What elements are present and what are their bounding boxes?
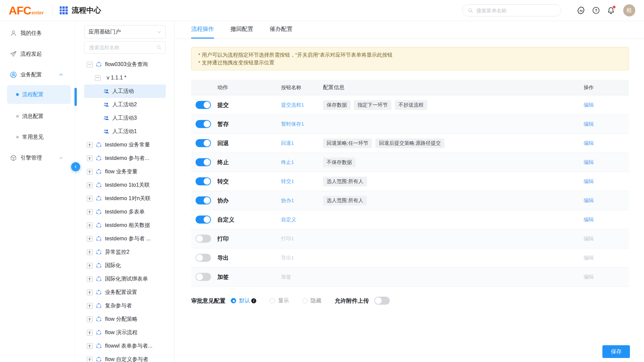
tree-node[interactable]: flow0303业务查询: [84, 58, 166, 71]
global-search-input[interactable]: [476, 7, 555, 14]
apps-grid-icon[interactable]: [60, 6, 68, 14]
tree-node[interactable]: flow 自定义参与者: [84, 353, 166, 362]
expander-icon[interactable]: [87, 169, 93, 175]
expander-icon[interactable]: [87, 276, 93, 282]
sidebar-collapse-button[interactable]: [71, 162, 80, 171]
expander-icon[interactable]: [87, 209, 93, 215]
sidebar-item-my-tasks[interactable]: 我的任务: [0, 23, 75, 44]
attachment-upload-toggle[interactable]: [374, 297, 390, 305]
expander-icon[interactable]: [87, 156, 93, 161]
action-toggle[interactable]: [196, 196, 211, 204]
expander-icon[interactable]: [87, 62, 93, 67]
approval-radio-option[interactable]: 隐藏: [302, 297, 321, 304]
tree-node[interactable]: 人工活动: [84, 84, 166, 98]
sidebar-item-engine-mgmt[interactable]: 引擎管理: [0, 147, 75, 168]
tree-node[interactable]: v 1.1.1 *: [84, 71, 166, 84]
app-select-dropdown[interactable]: 应用基础门户: [84, 25, 166, 39]
edit-link[interactable]: 编辑: [584, 140, 594, 146]
expander-icon[interactable]: [87, 316, 93, 322]
button-name-link[interactable]: 导出1: [281, 255, 294, 260]
action-toggle[interactable]: [196, 158, 211, 166]
edit-link[interactable]: 编辑: [584, 255, 594, 260]
tree-node[interactable]: testdemo 参与者 ...: [84, 232, 166, 245]
tree-node[interactable]: flow 分配策略: [84, 312, 166, 326]
sidebar-item-flow-start[interactable]: 流程发起: [0, 44, 75, 64]
expander-icon[interactable]: [87, 343, 93, 349]
action-toggle[interactable]: [196, 216, 211, 224]
expander-icon[interactable]: [87, 249, 93, 255]
sidebar-item-biz-config[interactable]: 业务配置: [0, 64, 75, 85]
flow-search-input[interactable]: [89, 44, 157, 51]
expander-icon[interactable]: [87, 263, 93, 268]
brand-logo[interactable]: AFC enter: [9, 4, 44, 17]
tree-node[interactable]: 复杂参与者: [84, 299, 166, 312]
tree-node[interactable]: flow 演示流程: [84, 326, 166, 339]
approval-radio-option[interactable]: 显示: [270, 297, 289, 304]
expander-icon[interactable]: [87, 236, 93, 242]
tree-node[interactable]: 人工活动2: [84, 98, 166, 111]
tree-node[interactable]: testdemo 业务常量: [84, 138, 166, 152]
button-name-link[interactable]: 自定义: [281, 217, 296, 222]
edit-link[interactable]: 编辑: [584, 197, 594, 203]
tree-node[interactable]: 人工活动1: [84, 125, 166, 138]
tab-flow-operations[interactable]: 流程操作: [191, 25, 214, 39]
info-icon[interactable]: [251, 298, 256, 303]
expander-icon[interactable]: [87, 182, 93, 188]
tree-node[interactable]: testdemo 1对n关联: [84, 192, 166, 205]
expander-icon[interactable]: [87, 290, 93, 295]
tree-node[interactable]: flow 业务变量: [84, 165, 166, 178]
tree-node[interactable]: testdemo 相关数据: [84, 219, 166, 232]
edit-link[interactable]: 编辑: [584, 159, 594, 165]
action-toggle[interactable]: [196, 254, 211, 262]
tree-node[interactable]: 人工活动3: [84, 111, 166, 125]
action-toggle[interactable]: [196, 139, 211, 147]
button-name-link[interactable]: 加签: [281, 274, 291, 280]
help-icon[interactable]: ?: [592, 6, 600, 14]
action-toggle[interactable]: [196, 273, 211, 281]
tree-node[interactable]: testdemo 1to1关联: [84, 178, 166, 192]
action-toggle[interactable]: [196, 120, 211, 128]
approval-radio-option[interactable]: 默认: [231, 297, 256, 304]
edit-link[interactable]: 编辑: [584, 236, 594, 241]
edit-link[interactable]: 编辑: [584, 178, 594, 184]
expander-icon[interactable]: [95, 75, 101, 81]
avatar[interactable]: 租: [623, 4, 635, 16]
edit-link[interactable]: 编辑: [584, 102, 594, 108]
tree-node[interactable]: flowwl 表单参与者...: [84, 339, 166, 353]
expander-icon[interactable]: [87, 303, 93, 309]
action-toggle[interactable]: [196, 101, 211, 109]
sidebar-item-common-opinions[interactable]: 常用意见: [0, 127, 75, 147]
edit-link[interactable]: 编辑: [584, 217, 594, 222]
flow-search[interactable]: [84, 41, 166, 54]
button-name-link[interactable]: 转交1: [281, 178, 294, 184]
button-name-link[interactable]: 打印1: [281, 236, 294, 241]
tree-node[interactable]: testdemo 多表单: [84, 205, 166, 219]
tree-node[interactable]: 异常监控2: [84, 245, 166, 259]
sidebar-item-message-config[interactable]: 消息配置: [0, 106, 75, 127]
tree-node[interactable]: 国际化测试绑表单: [84, 272, 166, 286]
button-name-link[interactable]: 回退1: [281, 140, 294, 146]
bell-icon[interactable]: [607, 6, 615, 15]
tree-node[interactable]: testdemo 参与者...: [84, 152, 166, 165]
tab-withdraw-config[interactable]: 撤回配置: [230, 25, 253, 39]
expander-icon[interactable]: [87, 330, 93, 336]
button-name-link[interactable]: 提交流程1: [281, 102, 304, 108]
expander-icon[interactable]: [87, 357, 93, 362]
tree-node[interactable]: 国际化: [84, 259, 166, 272]
tab-urge-config[interactable]: 催办配置: [270, 25, 292, 39]
global-search[interactable]: [462, 4, 561, 16]
action-toggle[interactable]: [196, 235, 211, 243]
expander-icon[interactable]: [87, 196, 93, 201]
button-name-link[interactable]: 协办1: [281, 197, 294, 203]
action-toggle[interactable]: [196, 177, 211, 185]
expander-icon[interactable]: [87, 223, 93, 228]
edit-link[interactable]: 编辑: [584, 274, 594, 280]
button-name-link[interactable]: 终止1: [281, 159, 294, 165]
button-name-link[interactable]: 暂时保存1: [281, 121, 304, 127]
sidebar-item-flow-config[interactable]: 流程配置: [7, 85, 71, 104]
tree-node[interactable]: 业务配置设置: [84, 286, 166, 299]
ai-assistant-icon[interactable]: AI: [577, 6, 585, 15]
save-button[interactable]: 保存: [602, 345, 630, 358]
expander-icon[interactable]: [87, 142, 93, 148]
edit-link[interactable]: 编辑: [584, 121, 594, 127]
